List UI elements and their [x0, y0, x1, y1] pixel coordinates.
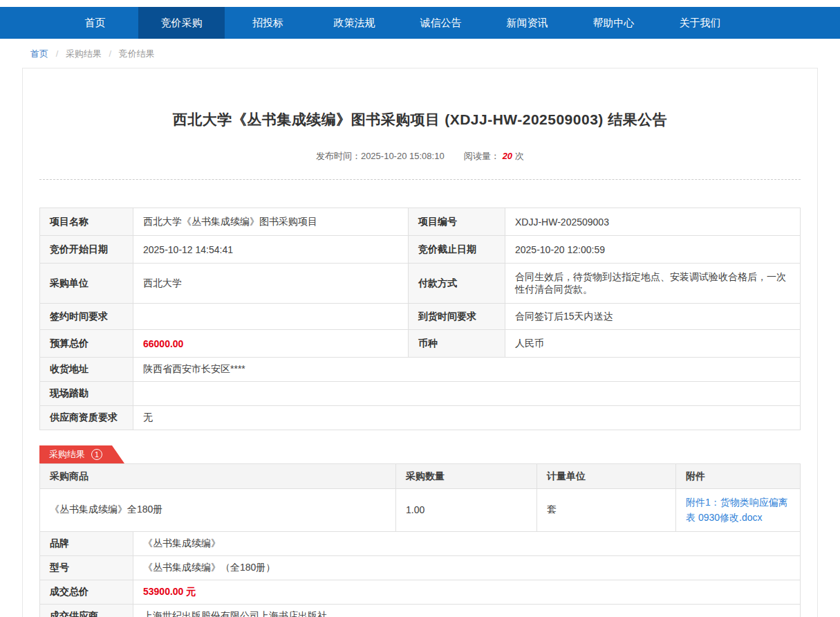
row-label: 品牌	[40, 531, 133, 555]
row-label: 到货时间要求	[409, 304, 505, 330]
payment-method-value: 合同生效后，待货物到达指定地点、安装调试验收合格后，一次性付清合同货款。	[505, 264, 801, 304]
row-label: 采购单位	[40, 264, 133, 304]
row-label: 竞价开始日期	[40, 236, 133, 264]
row-label: 签约时间要求	[40, 304, 133, 330]
publish-time-label: 发布时间：	[316, 151, 361, 161]
nav-item-news[interactable]: 新闻资讯	[484, 7, 570, 39]
table-row: 现场踏勘	[40, 382, 801, 406]
column-header-unit: 计量单位	[537, 464, 676, 489]
product-quantity-value: 1.00	[396, 489, 537, 532]
column-header-product: 采购商品	[40, 464, 396, 489]
delivery-time-value: 合同签订后15天内送达	[505, 304, 801, 330]
product-name-value: 《丛书集成续编》全180册	[40, 489, 396, 532]
bid-start-value: 2025-10-12 14:54:41	[133, 236, 409, 264]
product-row: 《丛书集成续编》全180册 1.00 套 附件1：货物类响应偏离表 0930修改…	[40, 489, 801, 532]
table-row: 竞价开始日期 2025-10-12 14:54:41 竞价截止日期 2025-1…	[40, 236, 801, 264]
row-label: 付款方式	[409, 264, 505, 304]
nav-item-help-center[interactable]: 帮助中心	[570, 7, 657, 39]
project-name-value: 西北大学《丛书集成续编》图书采购项目	[133, 208, 409, 236]
delivery-address-value: 陕西省西安市长安区****	[133, 358, 801, 382]
nav-item-policies[interactable]: 政策法规	[311, 7, 398, 39]
project-number-value: XDJJ-HW-202509003	[505, 208, 801, 236]
breadcrumb-home-link[interactable]: 首页	[30, 48, 48, 59]
breadcrumb-purchase-results: 采购结果	[66, 48, 102, 59]
views-unit: 次	[515, 151, 524, 161]
column-header-attachment: 附件	[676, 464, 801, 489]
row-label: 现场踏勘	[40, 382, 133, 406]
table-row: 收货地址 陕西省西安市长安区****	[40, 358, 801, 382]
page-title: 西北大学《丛书集成续编》图书采购项目 (XDJJ-HW-202509003) 结…	[67, 110, 773, 129]
table-row: 采购单位 西北大学 付款方式 合同生效后，待货物到达指定地点、安装调试验收合格后…	[40, 264, 801, 304]
attachment-link[interactable]: 附件1：货物类响应偏离表 0930修改.docx	[686, 495, 790, 526]
result-detail-table: 品牌 《丛书集成续编》 型号 《丛书集成续编》（全180册） 成交总价 5390…	[39, 531, 801, 617]
breadcrumb-separator: /	[109, 48, 112, 59]
brand-value: 《丛书集成续编》	[133, 531, 801, 555]
top-nav: 首页 竞价采购 招投标 政策法规 诚信公告 新闻资讯 帮助中心 关于我们	[0, 7, 840, 39]
article-meta: 发布时间：2025-10-20 15:08:10阅读量：20次	[39, 150, 801, 163]
views-count: 20	[503, 151, 512, 161]
row-label: 预算总价	[40, 330, 133, 358]
breadcrumb: 首页 / 采购结果 / 竞价结果	[0, 39, 840, 68]
supplier-qualification-value: 无	[133, 406, 801, 430]
product-header-row: 采购商品 采购数量 计量单位 附件	[40, 464, 801, 489]
breadcrumb-bidding-results: 竞价结果	[119, 48, 155, 59]
badge-label: 采购结果	[49, 448, 85, 461]
nav-item-home[interactable]: 首页	[52, 7, 138, 39]
currency-value: 人民币	[505, 330, 801, 358]
views-label: 阅读量：	[464, 151, 500, 161]
site-survey-value	[133, 382, 801, 406]
row-label: 收货地址	[40, 358, 133, 382]
table-row: 品牌 《丛书集成续编》	[40, 531, 801, 555]
budget-total-value: 66000.00	[133, 330, 409, 358]
row-label: 项目名称	[40, 208, 133, 236]
table-row: 项目名称 西北大学《丛书集成续编》图书采购项目 项目编号 XDJJ-HW-202…	[40, 208, 801, 236]
dashed-divider	[39, 179, 801, 180]
nav-item-about-us[interactable]: 关于我们	[657, 7, 743, 39]
table-row: 成交供应商 上海世纪出版股份有限公司上海书店出版社	[40, 604, 801, 617]
table-row: 签约时间要求 到货时间要求 合同签订后15天内送达	[40, 304, 801, 330]
product-table: 采购商品 采购数量 计量单位 附件 《丛书集成续编》全180册 1.00 套 附…	[39, 463, 801, 532]
attachment-link-line2: 0930修改.docx	[698, 512, 763, 523]
row-label: 型号	[40, 555, 133, 580]
nav-item-integrity-notice[interactable]: 诚信公告	[398, 7, 484, 39]
project-info-table: 项目名称 西北大学《丛书集成续编》图书采购项目 项目编号 XDJJ-HW-202…	[39, 208, 801, 430]
column-header-quantity: 采购数量	[396, 464, 537, 489]
row-label: 成交供应商	[40, 604, 133, 617]
table-row: 预算总价 66000.00 币种 人民币	[40, 330, 801, 358]
table-row: 供应商资质要求 无	[40, 406, 801, 430]
row-label: 供应商资质要求	[40, 406, 133, 430]
breadcrumb-separator: /	[56, 48, 59, 59]
badge-count: 1	[91, 449, 102, 460]
content-card: 西北大学《丛书集成续编》图书采购项目 (XDJJ-HW-202509003) 结…	[22, 68, 818, 617]
nav-item-bidding-purchase[interactable]: 竞价采购	[138, 7, 225, 39]
purchase-result-badge: 采购结果 1	[39, 445, 124, 463]
publish-time-value: 2025-10-20 15:08:10	[361, 151, 445, 161]
table-row: 型号 《丛书集成续编》（全180册）	[40, 555, 801, 580]
deal-total-price-value: 53900.00 元	[133, 580, 801, 604]
model-value: 《丛书集成续编》（全180册）	[133, 555, 801, 580]
product-unit-value: 套	[537, 489, 676, 532]
bid-end-value: 2025-10-20 12:00:59	[505, 236, 801, 264]
table-row: 成交总价 53900.00 元	[40, 580, 801, 604]
row-label: 成交总价	[40, 580, 133, 604]
signing-time-value	[133, 304, 409, 330]
winning-supplier-value: 上海世纪出版股份有限公司上海书店出版社	[133, 604, 801, 617]
row-label: 项目编号	[409, 208, 505, 236]
nav-item-tendering[interactable]: 招投标	[225, 7, 311, 39]
purchaser-value: 西北大学	[133, 264, 409, 304]
row-label: 币种	[409, 330, 505, 358]
row-label: 竞价截止日期	[409, 236, 505, 264]
